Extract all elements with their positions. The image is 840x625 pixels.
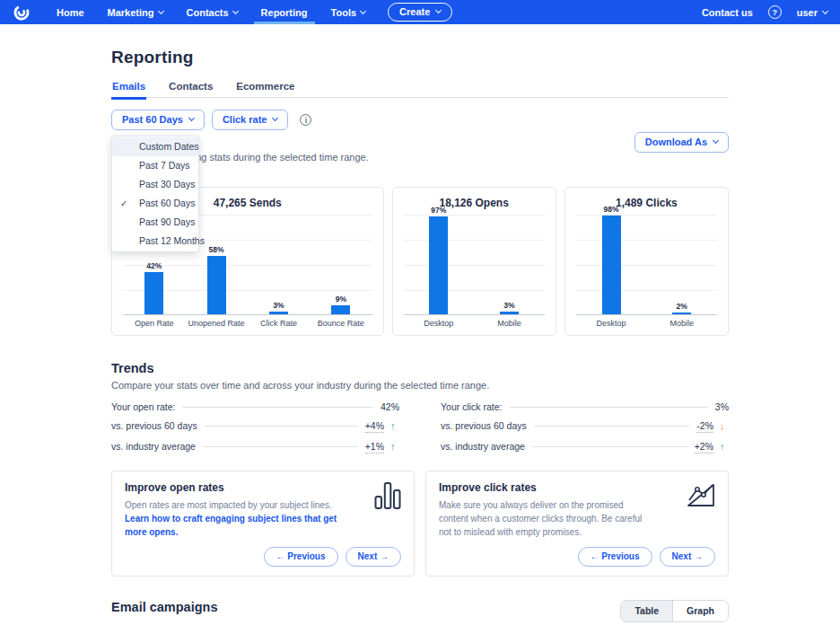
trend-row: vs. industry average+2%↑: [441, 441, 729, 453]
menu-item-label: Past 12 Months: [139, 235, 205, 246]
date-range-menu: Custom DatesPast 7 DaysPast 30 Days✓Past…: [111, 136, 199, 252]
nav-item-label: Reporting: [261, 7, 308, 18]
x-axis-labels: Open RateUnopened RateClick RateBounce R…: [123, 319, 372, 328]
contact-us-link[interactable]: Contact us: [702, 7, 753, 18]
trend-row: Your open rate:42%: [111, 401, 399, 412]
trend-row: vs. previous 60 days-2%↓: [441, 420, 729, 433]
tip-body: Make sure you always deliver on the prom…: [439, 498, 654, 539]
chevron-down-icon: [360, 7, 366, 13]
menu-item-past-60-days[interactable]: ✓Past 60 Days: [112, 194, 198, 213]
bar-column-mobile: 3%: [474, 301, 545, 314]
trend-row: vs. previous 60 days+4%↑: [111, 420, 399, 433]
trend-row: vs. industry average+1%↑: [111, 441, 399, 453]
bar-chart-plot: 97%3%: [404, 215, 545, 315]
trend-value: +4%: [365, 420, 384, 433]
bar-value-label: 3%: [273, 301, 284, 310]
next-button[interactable]: Next →: [346, 547, 401, 567]
bar-value-label: 97%: [431, 206, 446, 215]
tip-buttons: ← PreviousNext →: [125, 547, 401, 567]
chevron-down-icon: [713, 137, 719, 144]
leader-line: [509, 407, 707, 408]
bar-value-label: 42%: [146, 261, 162, 270]
x-axis-label: Mobile: [646, 319, 717, 328]
bar-column-desktop: 98%: [576, 205, 647, 314]
bar: [269, 312, 288, 314]
info-icon[interactable]: i: [300, 114, 311, 126]
previous-button[interactable]: ← Previous: [264, 547, 338, 567]
menu-item-custom-dates[interactable]: Custom Dates: [112, 137, 198, 156]
nav-item-home[interactable]: Home: [57, 0, 84, 24]
brand-logo-icon[interactable]: [13, 4, 31, 22]
bar: [331, 305, 350, 314]
bars: 97%3%: [404, 215, 545, 314]
tab-emails[interactable]: Emails: [111, 81, 146, 97]
chevron-down-icon: [272, 115, 278, 121]
bars: 98%2%: [576, 215, 717, 314]
trend-label: vs. industry average: [441, 441, 525, 452]
x-axis-label: Bounce Rate: [310, 319, 372, 328]
trends-section: Trends Compare your stats over time and …: [111, 361, 729, 577]
filter-row: Past 60 Days Click rate i Custom DatesPa…: [111, 110, 729, 130]
tip-buttons: ← PreviousNext →: [439, 547, 715, 567]
bar: [500, 312, 519, 314]
date-range-dropdown[interactable]: Past 60 Days: [111, 110, 205, 130]
x-axis-labels: DesktopMobile: [576, 319, 717, 328]
nav-item-contacts[interactable]: Contacts: [187, 0, 238, 24]
menu-item-past-30-days[interactable]: Past 30 Days: [112, 175, 198, 194]
tip-card-improve-click-rates: Improve click ratesMake sure you always …: [425, 471, 729, 577]
nav-items: HomeMarketingContactsReportingTools: [45, 0, 377, 24]
metric-dropdown[interactable]: Click rate: [212, 110, 289, 130]
menu-item-label: Past 30 Days: [139, 179, 195, 189]
tab-contacts[interactable]: Contacts: [168, 81, 214, 97]
x-axis-label: Click Rate: [248, 319, 310, 328]
chevron-down-icon: [822, 7, 828, 13]
next-button[interactable]: Next →: [660, 547, 715, 567]
trend-value: +1%: [365, 441, 384, 453]
bar-column-desktop: 97%: [404, 206, 475, 314]
tips-row: Improve open ratesOpen rates are most im…: [111, 471, 729, 577]
previous-button[interactable]: ← Previous: [578, 547, 652, 567]
navbar-right: Contact us ? user: [702, 5, 827, 19]
x-axis-labels: DesktopMobile: [404, 319, 545, 328]
tip-card-improve-open-rates: Improve open ratesOpen rates are most im…: [111, 471, 415, 577]
bar-column-mobile: 2%: [646, 302, 717, 314]
download-as-button[interactable]: Download As: [634, 132, 729, 153]
chevron-down-icon: [232, 7, 239, 13]
trend-value: 3%: [715, 401, 729, 412]
trend-row: Your click rate:3%: [441, 401, 729, 412]
nav-item-label: Contacts: [187, 7, 229, 18]
user-menu[interactable]: user: [797, 7, 827, 18]
trend-value: -2%: [696, 420, 713, 433]
nav-item-reporting[interactable]: Reporting: [261, 0, 308, 24]
x-axis-label: Desktop: [404, 319, 475, 328]
menu-item-label: Past 90 Days: [139, 216, 195, 227]
create-button[interactable]: Create: [388, 3, 452, 22]
bar: [429, 216, 448, 314]
menu-item-past-7-days[interactable]: Past 7 Days: [112, 156, 198, 175]
tip-body-text: Make sure you always deliver on the prom…: [439, 500, 642, 537]
tip-link[interactable]: Learn how to craft engaging subject line…: [125, 514, 337, 537]
menu-item-past-12-months[interactable]: Past 12 Months: [112, 232, 198, 251]
help-icon[interactable]: ?: [768, 5, 782, 19]
bar-value-label: 2%: [677, 302, 687, 311]
email-campaigns-section: Email campaigns TableGraph See how your …: [111, 600, 729, 625]
leader-line: [203, 446, 358, 447]
nav-item-marketing[interactable]: Marketing: [108, 0, 163, 24]
date-range-label: Past 60 Days: [122, 114, 183, 125]
nav-item-tools[interactable]: Tools: [331, 0, 366, 24]
trend-columns: Your open rate:42%vs. previous 60 days+4…: [111, 401, 729, 462]
bar-column-click-rate: 3%: [248, 301, 310, 314]
trend-label: Your click rate:: [441, 401, 502, 412]
report-tabs: EmailsContactsEcommerce: [111, 81, 729, 98]
tab-ecommerce[interactable]: Ecommerce: [235, 81, 295, 97]
user-menu-label: user: [797, 7, 818, 18]
chevron-down-icon: [157, 7, 163, 13]
download-as-label: Download As: [645, 136, 707, 147]
nav-item-label: Home: [57, 7, 84, 18]
view-toggle-table[interactable]: Table: [621, 601, 672, 621]
menu-item-past-90-days[interactable]: Past 90 Days: [112, 213, 198, 232]
top-navbar: HomeMarketingContactsReportingTools Crea…: [0, 0, 840, 24]
view-toggle-graph[interactable]: Graph: [672, 601, 728, 621]
bar-value-label: 3%: [503, 301, 514, 310]
bar: [602, 216, 621, 314]
